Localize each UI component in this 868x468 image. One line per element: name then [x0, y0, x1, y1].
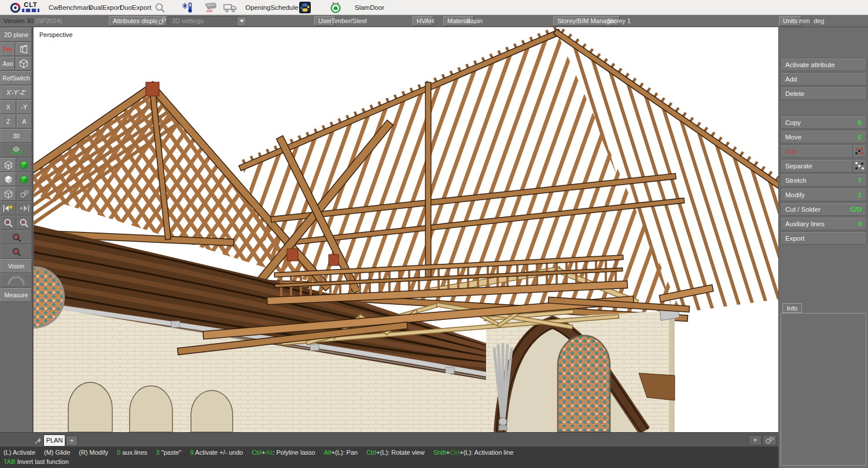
axis-neg-y-button[interactable]: -Y [17, 100, 32, 114]
action-button-move[interactable]: Move5 [780, 130, 867, 143]
pin-icon[interactable] [35, 436, 42, 447]
gears-icon [764, 436, 775, 444]
shortcut-hint: TAB Invert last function [3, 458, 69, 465]
button-label: Stretch [781, 177, 858, 184]
tab-plan[interactable]: PLAN [43, 434, 65, 447]
action-button-activate-attribute[interactable]: Activate attribute [780, 58, 867, 71]
axis-x-button[interactable]: X [1, 100, 16, 114]
3d-settings-dropdown[interactable]: 3D settings [168, 16, 247, 26]
rotate-view-button[interactable] [1, 143, 32, 157]
shortcut-hint: Ctrl+(L): Rotate view [366, 449, 425, 456]
menu-openingschedule[interactable]: OpeningSchedule [245, 0, 298, 15]
shortcut-hint: Ctrl+Alt: Polyline lasso [252, 449, 315, 456]
render-settings-button[interactable] [17, 187, 32, 201]
shortcut-key: 5 [858, 134, 866, 141]
2d-plane-button[interactable]: 2D plane [1, 28, 32, 42]
storey-value: Storey 1 [607, 15, 631, 27]
bw-dots-icon [852, 160, 866, 172]
rotate-cube-icon [10, 145, 23, 156]
menubar: CLT CwBenchmark DualExport DuoExport .cs… [0, 0, 868, 15]
axo-cube-icon [19, 58, 29, 69]
menu-dualexport[interactable]: DualExport [89, 0, 122, 15]
action-button-modify[interactable]: Modify1 [780, 188, 867, 201]
next-arrow-icon [19, 204, 30, 212]
info-panel [781, 313, 866, 466]
statusbar-shortcuts-line1: (L) Activate(M) Glide(R) Modify0 aux.lin… [3, 449, 523, 456]
new-tab-button[interactable]: + [66, 436, 78, 446]
action-button-copy[interactable]: Copy6 [780, 116, 867, 129]
next-view-button[interactable] [17, 201, 32, 215]
action-button-cut-solder[interactable]: Cut / SolderC/D [780, 202, 867, 216]
3d-viewport[interactable]: Perspective [34, 27, 778, 432]
render-cube-button[interactable] [1, 187, 16, 201]
angle-step-button[interactable]: 30 [1, 129, 32, 143]
action-button-delete[interactable]: Delete [780, 87, 867, 100]
zoom-out-icon [19, 218, 29, 228]
shortcut-key: 0 [858, 220, 866, 227]
axis-z-button[interactable]: Z [1, 115, 16, 128]
button-label: Export [781, 235, 866, 242]
search-icon[interactable] [154, 2, 165, 13]
statusbar-shortcuts-line2: TAB Invert last function [3, 458, 78, 465]
info-tab[interactable]: Info [782, 303, 802, 313]
menu-cwbenchmark[interactable]: CwBenchmark [49, 0, 92, 15]
action-button-stretch[interactable]: Stretch7 [780, 174, 867, 187]
display-settings-gear-button[interactable] [157, 16, 167, 26]
csv-export-icon[interactable]: .csv [203, 2, 218, 13]
refswitch-button[interactable]: RefSwitch [1, 71, 32, 85]
action-button-export[interactable]: Export [780, 231, 867, 245]
white-cube-icon [3, 175, 13, 185]
axes-button[interactable]: X'-Y'-Z' [1, 86, 32, 100]
units-button[interactable]: Units [779, 16, 801, 26]
thermometer-snowflake-icon[interactable] [182, 2, 194, 13]
zoom-all-icon [12, 247, 21, 257]
truck-icon[interactable] [223, 2, 237, 13]
perspective-mode-button[interactable]: Per [1, 42, 15, 56]
shortcut-hint: 0 aux.lines [117, 449, 148, 456]
button-label: Move [781, 134, 858, 141]
action-button-separate[interactable]: Separate [780, 159, 867, 172]
dropdown-arrow-icon[interactable] [237, 17, 246, 25]
zoom-all-button[interactable] [1, 245, 32, 259]
button-label: Activate attribute [781, 61, 866, 68]
perspective-cube-icon [19, 44, 29, 54]
axo-mode-button[interactable]: Axo [1, 57, 15, 71]
menu-duoexport[interactable]: DuoExport [120, 0, 151, 15]
zoom-previous-button[interactable] [1, 230, 32, 244]
wireframe-display-button[interactable] [1, 158, 16, 172]
protractor-button[interactable] [1, 274, 32, 288]
zoom-out-button[interactable] [17, 216, 32, 230]
action-button-add[interactable]: Add [780, 72, 867, 86]
settings-toolbar: Version 30 (SP2024) Attributes display 3… [0, 15, 868, 27]
measure-button[interactable]: Measure [1, 288, 32, 302]
prev-arrow-bulb-icon [3, 204, 13, 212]
solid-display-button[interactable] [1, 172, 16, 186]
vision-button[interactable]: Vision [1, 259, 32, 273]
python-tool-icon[interactable] [299, 2, 311, 13]
shaded-display-button[interactable] [17, 158, 32, 172]
prev-view-button[interactable] [1, 201, 16, 215]
shaded2-display-button[interactable] [17, 172, 32, 186]
action-button-auxilary-lines[interactable]: Auxilary lines0 [780, 217, 867, 230]
wireframe-cube-icon [3, 160, 13, 170]
edit-panel: Activate attributeAddDeleteCopy6Move5Joi… [778, 27, 868, 468]
wall-arch-opening [130, 386, 172, 432]
view-settings-gear-button[interactable] [763, 435, 777, 445]
perspective-cube-icon-button[interactable] [16, 42, 32, 56]
shortcut-key: 7 [858, 177, 866, 184]
button-label: Separate [781, 163, 852, 169]
axis-a-button[interactable]: A [17, 115, 32, 128]
units-mm-value: mm [799, 15, 810, 27]
service-pack-label: (SP2024) [35, 17, 62, 24]
shortcut-hint: (R) Modify [79, 449, 108, 456]
clt-logo[interactable]: CLT [22, 1, 39, 12]
wall-arch-opening [68, 382, 112, 432]
eco-building-icon[interactable] [330, 2, 341, 13]
axo-cube-icon-button[interactable] [16, 57, 32, 71]
shortcut-hint: (M) Glide [44, 449, 70, 456]
new-view-button[interactable]: + [749, 435, 762, 445]
action-button-join[interactable]: Join [780, 145, 867, 158]
menu-slamdoor[interactable]: SlamDoor [355, 0, 384, 15]
view-mode-label: Perspective [39, 31, 72, 38]
zoom-in-button[interactable] [1, 216, 16, 230]
